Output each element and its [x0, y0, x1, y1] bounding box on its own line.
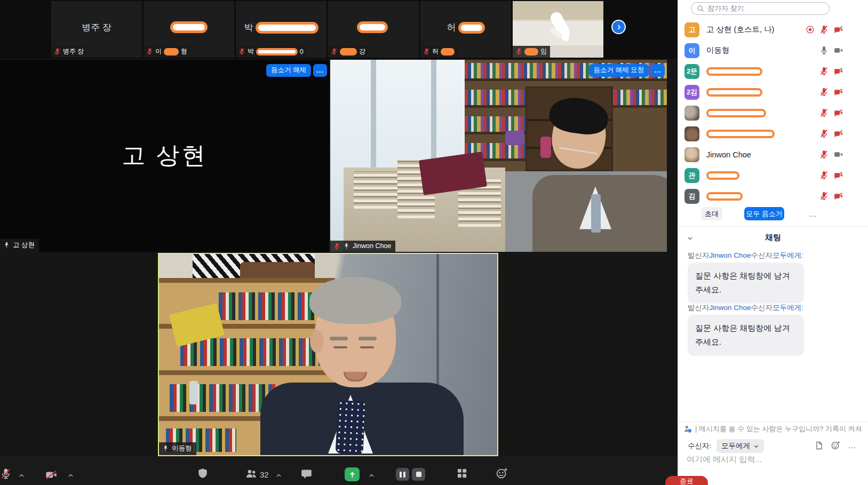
participant-row[interactable]: 고 고 상현 (호스트, 나): [684, 19, 845, 40]
redacted-name: [706, 171, 739, 180]
video-tile-go-sanghyun[interactable]: 음소거 해제 ... 고 상현 고 상현: [0, 60, 329, 252]
participants-actions: 초대 모두 음소거 ...: [678, 207, 868, 221]
zoom-meeting-window: 병주 장 병주 장 이형 박 박0 강: [0, 0, 868, 485]
participants-button[interactable]: [245, 468, 257, 479]
mic-off-icon: [819, 192, 829, 201]
mic-off-icon: [423, 48, 430, 55]
active-speaker-tile-lee-donghyung[interactable]: 이동형: [158, 253, 498, 456]
pin-icon: [3, 242, 10, 249]
camera-off-icon: [833, 129, 843, 138]
participant-search[interactable]: 참가자 찾기: [691, 2, 830, 15]
invite-button[interactable]: 초대: [701, 207, 722, 220]
share-screen-button[interactable]: [345, 467, 360, 481]
chat-message[interactable]: 질문 사항은 채팅창에 남겨주세요.: [688, 263, 804, 304]
next-page-button[interactable]: [611, 20, 626, 34]
filmstrip-tile[interactable]: 허 허: [420, 1, 511, 58]
mute-all-button[interactable]: 모두 음소거: [744, 207, 784, 220]
tile-nametag: 병주 장: [51, 46, 87, 58]
tile-display-name: [144, 21, 234, 33]
redacted-name: [706, 88, 762, 97]
participants-chevron[interactable]: [275, 471, 282, 479]
person-scarf: [336, 400, 366, 455]
chat-more-icon[interactable]: ...: [848, 441, 856, 450]
tile-name-label: 박: [248, 47, 254, 56]
mic-off-icon: [819, 25, 829, 34]
video-tile-jinwon-choe[interactable]: 음소거 해제 요청 ... Jinwon Choe: [330, 60, 667, 252]
unmute-button[interactable]: 음소거 해제: [266, 64, 311, 77]
tile-name-label: 이: [155, 47, 162, 56]
tile-more-button[interactable]: ...: [313, 64, 327, 77]
chat-privacy-notice[interactable]: | 메시지를 볼 수 있는 사람은 누구입니까? 기록이 켜져: [678, 422, 868, 435]
filmstrip-tile[interactable]: 병주 장 병주 장: [51, 1, 142, 58]
panel-divider: [678, 226, 868, 227]
mic-off-icon: [333, 243, 340, 250]
share-options-chevron[interactable]: [368, 471, 375, 479]
recipient-name[interactable]: 모두에게:: [773, 251, 803, 259]
security-button[interactable]: [197, 468, 208, 479]
request-unmute-button[interactable]: 음소거 해제 요청: [589, 64, 649, 77]
tile-more-button[interactable]: ...: [651, 64, 665, 77]
mute-toggle-button[interactable]: [0, 468, 12, 480]
participant-row[interactable]: 2문: [684, 61, 845, 82]
tile-name-label: 병주 장: [63, 47, 84, 56]
chat-button[interactable]: [301, 468, 312, 479]
avatar: 김: [684, 189, 699, 204]
participant-name: [706, 108, 813, 117]
avatar-photo: [684, 126, 699, 141]
participant-row[interactable]: 관: [684, 165, 845, 186]
sender-name[interactable]: Jinwon Choe: [710, 251, 751, 259]
participant-row[interactable]: [684, 123, 845, 144]
apps-button[interactable]: [457, 468, 467, 479]
camera-off-icon: [833, 25, 843, 34]
chat-message[interactable]: 질문 사항은 채팅창에 남겨주세요.: [688, 315, 804, 356]
participant-row[interactable]: 김: [684, 186, 845, 206]
tile-display-name: 고 상현: [0, 140, 329, 171]
filmstrip-tile[interactable]: 임: [513, 1, 603, 58]
reactions-button[interactable]: [496, 467, 508, 479]
redacted-name: [164, 48, 179, 55]
redacted-name: [256, 48, 298, 55]
recipient-name[interactable]: 모두에게:: [773, 304, 803, 312]
filmstrip-tile[interactable]: 이형: [144, 1, 234, 58]
chat-bubble-icon: [301, 468, 312, 479]
emoji-icon[interactable]: [831, 441, 840, 450]
tile-display-name: [328, 21, 419, 33]
chat-title: 채팅: [678, 233, 868, 243]
sender-name[interactable]: Jinwon Choe: [710, 304, 751, 312]
mic-options-chevron[interactable]: [18, 471, 25, 479]
tile-nametag: 임: [513, 46, 550, 58]
participants-more-button[interactable]: ...: [806, 207, 820, 220]
filmstrip-tile[interactable]: 강: [328, 1, 419, 58]
avatar: 이: [684, 43, 699, 58]
recipient-label: 수신자:: [688, 441, 711, 451]
participant-name: Jinwon Choe: [706, 150, 813, 159]
chat-message-input[interactable]: [687, 455, 847, 464]
redacted-name: [524, 48, 538, 55]
redacted-name: [706, 192, 743, 201]
chevron-down-icon: [753, 443, 759, 449]
participant-row[interactable]: Jinwon Choe: [684, 144, 845, 165]
tile-name-label: 0: [300, 48, 304, 55]
leave-meeting-button[interactable]: 종료: [665, 476, 708, 485]
tile-name-label: 형: [181, 47, 187, 56]
participant-row[interactable]: [684, 102, 845, 123]
brown-case: [240, 262, 314, 280]
participant-row[interactable]: 이 이동형: [684, 40, 845, 61]
apps-grid-icon: [457, 468, 467, 479]
camera-off-icon: [45, 469, 58, 481]
meeting-toolbar: 32: [0, 456, 678, 485]
avatar: 관: [684, 168, 699, 183]
pause-recording-button[interactable]: [396, 468, 409, 481]
chevron-up-icon: [368, 472, 375, 479]
filmstrip-tile[interactable]: 박 박0: [236, 1, 327, 58]
recipient-select[interactable]: 모두에게: [716, 439, 764, 453]
mic-off-icon: [331, 48, 338, 55]
attach-file-icon[interactable]: [815, 441, 823, 450]
stop-recording-button[interactable]: [412, 468, 425, 481]
participant-row[interactable]: 2김: [684, 82, 845, 102]
smiley-plus-icon: [496, 467, 508, 479]
camera-off-icon: [833, 192, 843, 201]
video-toggle-button[interactable]: [45, 469, 58, 481]
video-options-chevron[interactable]: [67, 471, 74, 479]
avatar-photo: [684, 106, 699, 121]
